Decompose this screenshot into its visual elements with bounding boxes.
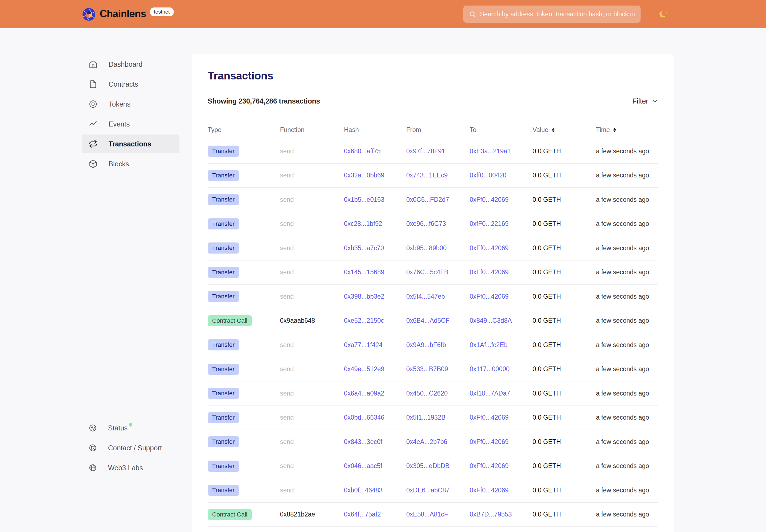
to-link[interactable]: 0xFf0...42069 — [470, 293, 509, 300]
to-link[interactable]: 0xE3a...219a1 — [470, 148, 511, 155]
transactions-table: Type Function Hash From To Value Time — [208, 121, 658, 527]
hash-link[interactable]: 0x843...3ec0f — [344, 438, 382, 445]
to-link[interactable]: 0x849...C3d8A — [470, 317, 512, 324]
filter-label: Filter — [632, 97, 648, 105]
hash-link[interactable]: 0xa77...1f424 — [344, 341, 382, 348]
type-cell: Transfer — [208, 388, 280, 399]
from-link[interactable]: 0xb95...89b00 — [406, 244, 447, 252]
sort-icon[interactable] — [551, 128, 555, 133]
sidebar-item-contracts[interactable]: Contracts — [82, 75, 179, 94]
column-header-type: Type — [208, 126, 280, 134]
page-title: Transactions — [208, 70, 658, 82]
sidebar-item-label: Events — [109, 120, 130, 128]
time-cell: a few seconds ago — [596, 487, 655, 494]
sidebar-item-contact-support[interactable]: Contact / Support — [82, 438, 179, 457]
sidebar-item-events[interactable]: Events — [82, 115, 179, 133]
hash-link[interactable]: 0x64f...75af2 — [344, 511, 381, 518]
sidebar-item-label: Contact / Support — [108, 444, 162, 452]
hash-link[interactable]: 0x398...bb3e2 — [344, 293, 385, 300]
sidebar-footer: Status Contact / Support Web3 Labs — [82, 419, 179, 478]
from-link[interactable]: 0x5f4...547eb — [406, 293, 445, 300]
hash-link[interactable]: 0x0bd...66346 — [344, 414, 385, 421]
time-cell: a few seconds ago — [596, 414, 655, 421]
function-cell: send — [280, 341, 344, 349]
column-header-time[interactable]: Time — [596, 126, 655, 134]
from-link[interactable]: 0x6B4...Ad5CF — [406, 317, 450, 324]
type-badge: Transfer — [208, 388, 239, 399]
from-link[interactable]: 0xe96...f6C73 — [406, 220, 446, 227]
sidebar-item-label: Status — [108, 424, 132, 432]
type-cell: Transfer — [208, 485, 280, 496]
home-icon — [89, 60, 97, 69]
to-link[interactable]: 0xfF0...22169 — [470, 220, 509, 227]
from-link[interactable]: 0xDE6...abC87 — [406, 487, 450, 494]
table-row: Transfer send 0xc28...1bf92 0xe96...f6C7… — [208, 212, 658, 236]
time-cell: a few seconds ago — [596, 268, 655, 276]
type-badge: Transfer — [208, 339, 239, 350]
to-link[interactable]: 0x117...00000 — [470, 365, 510, 373]
from-link[interactable]: 0x305...eDbDB — [406, 462, 450, 469]
to-link[interactable]: 0xFf0...42069 — [470, 462, 509, 469]
function-cell: send — [280, 487, 344, 494]
filter-button[interactable]: Filter — [632, 97, 658, 105]
sidebar-item-transactions[interactable]: Transactions — [82, 135, 179, 153]
to-link[interactable]: 0xFf0...42069 — [470, 438, 509, 445]
column-header-value[interactable]: Value — [533, 126, 596, 134]
to-link[interactable]: 0xFf0...42069 — [470, 196, 509, 203]
to-link[interactable]: 0xff0...00420 — [470, 172, 507, 179]
time-cell: a few seconds ago — [596, 220, 655, 228]
to-link[interactable]: 0xf10...7ADa7 — [470, 390, 510, 397]
hash-link[interactable]: 0x49e...512e9 — [344, 365, 385, 373]
column-header-function: Function — [280, 126, 344, 134]
to-link[interactable]: 0xB7D...79553 — [470, 511, 512, 518]
main-content: Transactions Showing 230,764,286 transac… — [192, 28, 766, 532]
search-box[interactable] — [463, 6, 641, 23]
type-badge: Transfer — [208, 461, 239, 472]
sidebar-item-web3-labs[interactable]: Web3 Labs — [82, 458, 179, 477]
from-link[interactable]: 0x76C...5c4FB — [406, 268, 448, 276]
from-link[interactable]: 0x9A9...bF6fb — [406, 341, 446, 348]
to-link[interactable]: 0x1Af...fc2Eb — [470, 341, 508, 348]
value-cell: 0.0 GETH — [533, 390, 596, 397]
time-cell: a few seconds ago — [596, 148, 655, 155]
sidebar-item-label: Dashboard — [109, 60, 142, 68]
table-row: Transfer send 0x145...15689 0x76C...5c4F… — [208, 260, 658, 285]
type-badge: Transfer — [208, 364, 239, 375]
from-link[interactable]: 0x5f1...1932B — [406, 414, 446, 421]
sidebar-item-tokens[interactable]: Tokens — [82, 95, 179, 113]
hash-link[interactable]: 0xc28...1bf92 — [344, 220, 382, 227]
sidebar-item-dashboard[interactable]: Dashboard — [82, 55, 179, 74]
hash-link[interactable]: 0x1b5...e0163 — [344, 196, 385, 203]
hash-link[interactable]: 0x046...aac5f — [344, 462, 382, 469]
to-link[interactable]: 0xFf0...42069 — [470, 244, 509, 252]
hash-link[interactable]: 0xb35...a7c70 — [344, 244, 384, 252]
type-cell: Contract Call — [208, 315, 280, 326]
from-link[interactable]: 0x0C6...FD2d7 — [406, 196, 449, 203]
to-link[interactable]: 0xFf0...42069 — [470, 487, 509, 494]
value-cell: 0.0 GETH — [533, 268, 596, 276]
hash-link[interactable]: 0xe52...2150c — [344, 317, 384, 324]
sidebar-item-status[interactable]: Status — [82, 419, 179, 437]
from-link[interactable]: 0xE58...A81cF — [406, 511, 448, 518]
to-link[interactable]: 0xFf0...42069 — [470, 414, 509, 421]
hash-link[interactable]: 0x145...15689 — [344, 268, 385, 276]
theme-toggle-button[interactable] — [658, 8, 670, 20]
to-link[interactable]: 0xFf0...42069 — [470, 268, 509, 276]
sort-icon[interactable] — [613, 128, 617, 133]
value-cell: 0.0 GETH — [533, 172, 596, 179]
brand[interactable]: Chainlens testnet — [82, 7, 174, 21]
hash-link[interactable]: 0xb0f...46483 — [344, 487, 382, 494]
from-link[interactable]: 0x533...B7B09 — [406, 365, 448, 373]
hash-link[interactable]: 0x32a...0bb69 — [344, 172, 385, 179]
type-badge: Contract Call — [208, 509, 252, 520]
hash-link[interactable]: 0x6a4...a09a2 — [344, 390, 385, 397]
value-cell: 0.0 GETH — [533, 148, 596, 155]
sidebar-item-blocks[interactable]: Blocks — [82, 154, 179, 173]
from-link[interactable]: 0x4eA...2b7b6 — [406, 438, 447, 445]
from-link[interactable]: 0x450...C2620 — [406, 390, 448, 397]
hash-link[interactable]: 0x680...aff75 — [344, 148, 381, 155]
search-input[interactable] — [480, 11, 635, 18]
from-link[interactable]: 0x743...1EEc9 — [406, 172, 448, 179]
function-cell: send — [280, 244, 344, 252]
from-link[interactable]: 0x97f...78F91 — [406, 148, 445, 155]
